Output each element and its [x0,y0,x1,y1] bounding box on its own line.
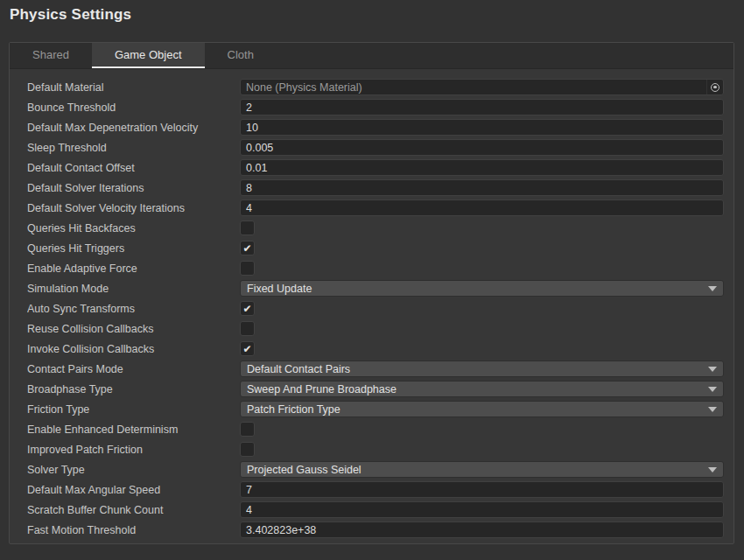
field-control [240,261,724,276]
settings-row-default-max-depenetration-velocity: Default Max Depenetration Velocity [10,117,733,137]
queries-hit-triggers-checkbox[interactable]: ✔ [240,241,255,256]
default-max-depenetration-velocity-input[interactable] [240,119,724,136]
field-control [240,139,724,156]
default-max-angular-speed-input[interactable] [240,481,724,498]
settings-row-queries-hit-backfaces: Queries Hit Backfaces [10,218,733,238]
dropdown-arrow-icon [708,407,717,412]
dropdown-selected-value: Default Contact Pairs [247,363,703,375]
field-control: ✔ [240,301,724,316]
field-label: Default Max Angular Speed [27,484,240,496]
field-control: Patch Friction Type [240,401,724,417]
default-solver-velocity-iterations-input[interactable] [240,200,724,216]
field-label: Improved Patch Friction [27,444,240,456]
field-label: Reuse Collision Callbacks [27,323,240,335]
field-control [240,442,724,457]
invoke-collision-callbacks-checkbox[interactable]: ✔ [240,341,255,356]
field-control [240,200,724,216]
field-control [240,179,724,196]
settings-row-default-solver-velocity-iterations: Default Solver Velocity Iterations [10,198,733,218]
bounce-threshold-input[interactable] [240,99,724,116]
field-control: Fixed Update [240,280,724,297]
settings-row-default-max-angular-speed: Default Max Angular Speed [10,480,733,500]
dropdown-arrow-icon [708,286,717,291]
object-field-value: None (Physics Material) [241,81,706,94]
settings-row-reuse-collision-callbacks: Reuse Collision Callbacks [10,318,733,339]
default-contact-offset-input[interactable] [240,159,724,176]
field-control [240,481,724,498]
field-control: None (Physics Material) [240,79,724,95]
picker-dot [713,86,717,89]
dropdown-arrow-icon [708,367,717,372]
field-control [240,119,724,136]
settings-row-contact-pairs-mode: Contact Pairs ModeDefault Contact Pairs [10,359,733,379]
field-control: ✔ [240,241,724,256]
settings-row-friction-type: Friction TypePatch Friction Type [10,399,733,419]
dropdown-arrow-icon [708,387,717,392]
simulation-mode-dropdown[interactable]: Fixed Update [240,280,724,297]
window-header: Physics Settings [0,0,744,30]
enable-adaptive-force-checkbox[interactable] [240,261,255,276]
field-control [240,522,724,538]
field-control [240,220,724,235]
field-label: Fast Motion Threshold [27,524,240,536]
field-control: Projected Gauss Seidel [240,461,724,478]
dropdown-arrow-icon [708,467,717,472]
reuse-collision-callbacks-checkbox[interactable] [240,321,255,336]
enable-enhanced-determinism-checkbox[interactable] [240,422,255,437]
settings-row-improved-patch-friction: Improved Patch Friction [10,439,733,459]
tab-cloth[interactable]: Cloth [205,43,277,68]
tab-shared[interactable]: Shared [10,43,92,68]
dropdown-selected-value: Patch Friction Type [247,403,703,416]
settings-row-default-contact-offset: Default Contact Offset [10,158,733,178]
settings-row-enable-enhanced-determinism: Enable Enhanced Determinism [10,419,733,439]
field-label: Sleep Threshold [27,142,240,154]
improved-patch-friction-checkbox[interactable] [240,442,255,457]
tab-game-object[interactable]: Game Object [92,43,205,68]
settings-row-solver-type: Solver TypeProjected Gauss Seidel [10,459,733,480]
default-material-object-field[interactable]: None (Physics Material) [240,79,724,95]
field-label: Simulation Mode [27,283,240,295]
field-label: Default Solver Velocity Iterations [27,202,240,214]
settings-rows: Default MaterialNone (Physics Material)B… [10,69,733,540]
default-solver-iterations-input[interactable] [240,179,724,196]
physics-settings-panel: SharedGame ObjectCloth Default MaterialN… [9,42,734,544]
dropdown-selected-value: Projected Gauss Seidel [247,464,703,476]
field-label: Scratch Buffer Chunk Count [27,504,240,516]
checkmark-icon: ✔ [242,344,251,354]
field-control [240,422,724,437]
contact-pairs-mode-dropdown[interactable]: Default Contact Pairs [240,360,724,377]
field-label: Enable Enhanced Determinism [27,424,240,436]
broadphase-type-dropdown[interactable]: Sweep And Prune Broadphase [240,381,724,397]
field-label: Bounce Threshold [27,102,240,114]
settings-row-queries-hit-triggers: Queries Hit Triggers✔ [10,238,733,258]
field-label: Default Max Depenetration Velocity [27,122,240,134]
checkmark-icon: ✔ [242,304,251,314]
field-control: Sweep And Prune Broadphase [240,381,724,397]
field-label: Enable Adaptive Force [27,262,240,275]
object-picker-icon[interactable] [706,80,723,94]
sleep-threshold-input[interactable] [240,139,724,156]
field-control [240,321,724,336]
friction-type-dropdown[interactable]: Patch Friction Type [240,401,724,417]
settings-row-scratch-buffer-chunk-count: Scratch Buffer Chunk Count [10,500,733,520]
scratch-buffer-chunk-count-input[interactable] [240,501,724,518]
picker-ring [711,83,719,92]
tab-bar: SharedGame ObjectCloth [10,43,733,69]
page-title: Physics Settings [10,6,733,24]
field-label: Default Solver Iterations [27,182,240,194]
queries-hit-backfaces-checkbox[interactable] [240,220,255,235]
auto-sync-transforms-checkbox[interactable]: ✔ [240,301,255,316]
solver-type-dropdown[interactable]: Projected Gauss Seidel [240,461,724,478]
settings-row-fast-motion-threshold: Fast Motion Threshold [10,520,733,540]
field-label: Friction Type [27,403,240,416]
settings-row-invoke-collision-callbacks: Invoke Collision Callbacks✔ [10,339,733,359]
fast-motion-threshold-input[interactable] [240,522,724,538]
field-label: Default Material [27,81,240,94]
field-label: Contact Pairs Mode [27,363,240,375]
dropdown-selected-value: Sweep And Prune Broadphase [247,383,703,396]
settings-row-broadphase-type: Broadphase TypeSweep And Prune Broadphas… [10,379,733,399]
field-label: Queries Hit Triggers [27,242,240,255]
field-control [240,99,724,116]
field-control: ✔ [240,341,724,356]
field-label: Invoke Collision Callbacks [27,343,240,355]
